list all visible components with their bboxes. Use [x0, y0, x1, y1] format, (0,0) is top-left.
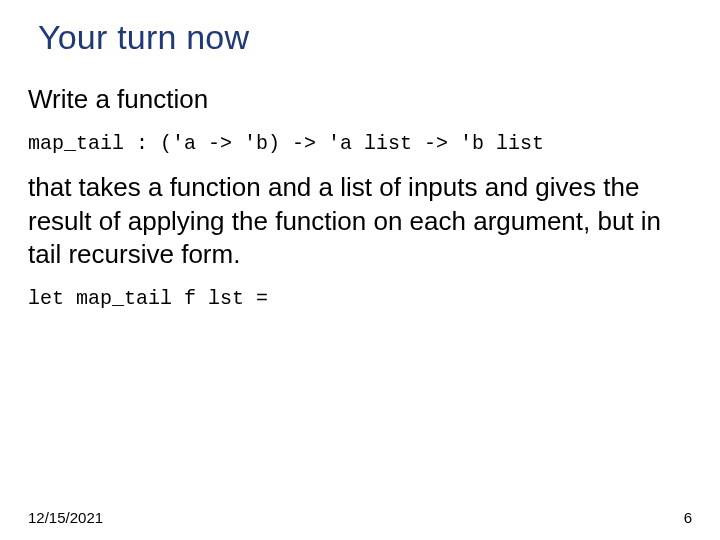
slide: Your turn now Write a function map_tail …: [0, 0, 720, 540]
footer-date: 12/15/2021: [28, 509, 103, 526]
description-text: that takes a function and a list of inpu…: [28, 171, 692, 271]
code-stub: let map_tail f lst =: [28, 285, 692, 312]
intro-text: Write a function: [28, 83, 692, 116]
footer-page-number: 6: [684, 509, 692, 526]
slide-title: Your turn now: [38, 18, 692, 57]
footer: 12/15/2021 6: [28, 509, 692, 526]
type-signature: map_tail : ('a -> 'b) -> 'a list -> 'b l…: [28, 130, 692, 157]
